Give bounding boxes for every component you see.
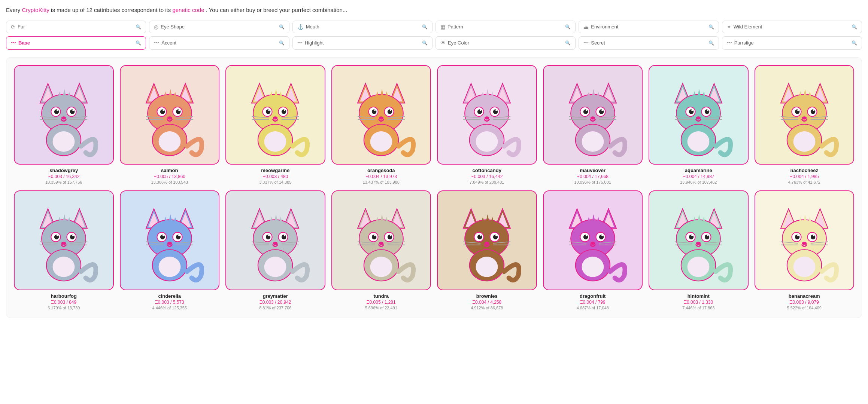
intro-after: . You can either buy or breed your purrf… [206, 7, 347, 13]
kitty-price-nachocheez: Ξ0.004 / 1,985 [790, 174, 819, 179]
filter-eye-color-icon: 👁 [440, 40, 446, 46]
kitty-card-dragonfruit[interactable]: dragonfruitΞ0.004 / 7994.687% of 17,048 [543, 190, 643, 310]
svg-point-52 [282, 109, 286, 114]
svg-point-96 [495, 109, 497, 111]
filter-highlight[interactable]: 〜Highlight🔍 [292, 36, 433, 50]
svg-point-72 [372, 109, 377, 114]
filter-purrstige-search-icon[interactable]: 🔍 [852, 40, 857, 46]
svg-point-9 [54, 109, 59, 114]
filter-base-search-icon[interactable]: 🔍 [136, 40, 141, 46]
filter-wild-element-search-icon[interactable]: 🔍 [852, 24, 857, 30]
filter-pattern-search-icon[interactable]: 🔍 [565, 24, 571, 30]
filter-fur-search-icon[interactable]: 🔍 [136, 24, 141, 30]
svg-point-136 [705, 109, 710, 114]
kitty-card-brownies[interactable]: browniesΞ0.004 / 4,2584.912% of 86,678 [437, 190, 537, 310]
kitty-percent-orangesoda: 13.437% of 103,988 [363, 180, 400, 184]
svg-point-216 [264, 257, 286, 277]
kitty-percent-dragonfruit: 4.687% of 17,048 [577, 306, 609, 310]
svg-marker-313 [698, 214, 701, 221]
filter-accent-search-icon[interactable]: 🔍 [279, 40, 285, 46]
kitty-image-meowgarine [225, 65, 325, 165]
filter-section: ⟳Fur🔍◎Eye Shape🔍⚓Mouth🔍▦Pattern🔍⛰Environ… [6, 21, 862, 50]
filter-environment-search-icon[interactable]: 🔍 [708, 24, 714, 30]
kitty-card-greymatter[interactable]: greymatterΞ0.003 / 20,9428.81% of 237,70… [225, 190, 325, 310]
kitty-svg-dragonfruit [553, 201, 632, 279]
kitty-card-cinderella[interactable]: cinderellaΞ0.003 / 5,5734.446% of 125,35… [120, 190, 220, 310]
svg-point-284 [586, 235, 587, 236]
kitty-image-cinderella [120, 190, 220, 290]
kitty-card-aquamarine[interactable]: aquamarineΞ0.004 / 14,98713.946% of 107,… [649, 65, 749, 185]
svg-point-244 [379, 242, 383, 245]
svg-point-195 [158, 257, 180, 277]
svg-marker-229 [274, 214, 277, 221]
kitty-image-mauveover [543, 65, 643, 165]
kitty-percent-tundra: 5.696% of 22,491 [365, 306, 397, 310]
filter-eye-shape-search-icon[interactable]: 🔍 [279, 24, 285, 30]
kitty-svg-mauveover [553, 76, 632, 154]
kitty-card-salmon[interactable]: salmonΞ0.005 / 13,86013.386% of 103,543 [120, 65, 220, 185]
kitty-card-tundra[interactable]: tundraΞ0.005 / 1,2815.696% of 22,491 [331, 190, 431, 310]
kitty-name-cinderella: cinderella [158, 293, 181, 299]
kitty-svg-meowgarine [236, 76, 315, 154]
kitty-card-harbourfog[interactable]: harbourfogΞ0.003 / 8496.179% of 13,739 [14, 190, 114, 310]
filter-accent-icon: 〜 [154, 40, 159, 46]
filter-mouth-label: Mouth [306, 24, 420, 30]
filter-mouth-search-icon[interactable]: 🔍 [422, 24, 428, 30]
filter-environment[interactable]: ⛰Environment🔍 [579, 21, 719, 33]
kitty-name-salmon: salmon [161, 168, 178, 173]
kitty-image-dragonfruit [543, 190, 643, 290]
kitty-image-tundra [331, 190, 431, 290]
kitty-card-cottoncandy[interactable]: cottoncandyΞ0.003 / 16,4427.849% of 209,… [437, 65, 537, 185]
kitty-svg-cinderella [130, 201, 209, 279]
svg-point-93 [477, 109, 482, 114]
svg-point-157 [811, 109, 816, 114]
svg-point-282 [583, 235, 588, 240]
filter-eye-shape[interactable]: ◎Eye Shape🔍 [149, 21, 289, 33]
kitty-card-bananacream[interactable]: bananacreamΞ0.003 / 9,0795.522% of 164,4… [755, 190, 855, 310]
filter-row-2: 〜Base🔍〜Accent🔍〜Highlight🔍👁Eye Color🔍〜Sec… [6, 36, 862, 50]
svg-point-156 [795, 109, 800, 114]
kitty-svg-tundra [342, 201, 421, 279]
kitty-card-nachocheez[interactable]: nachocheezΞ0.004 / 1,9854.763% of 41,672 [755, 65, 855, 185]
svg-point-90 [476, 131, 498, 152]
filter-pattern-label: Pattern [447, 24, 563, 30]
filter-purrstige[interactable]: 〜Purrstige🔍 [722, 36, 862, 50]
filter-mouth[interactable]: ⚓Mouth🔍 [292, 21, 433, 33]
kitty-price-meowgarine: Ξ0.003 / 480 [262, 174, 288, 179]
kitty-image-shadowgrey [14, 65, 114, 165]
filter-fur[interactable]: ⟳Fur🔍 [6, 21, 146, 33]
svg-point-328 [802, 242, 807, 245]
kitty-card-shadowgrey[interactable]: shadowgreyΞ0.003 / 16,34210.359% of 157,… [14, 65, 114, 185]
kitty-card-meowgarine[interactable]: meowgarineΞ0.003 / 4803.337% of 14,385 [225, 65, 325, 185]
filter-highlight-search-icon[interactable]: 🔍 [422, 40, 428, 46]
filter-accent[interactable]: 〜Accent🔍 [149, 36, 289, 50]
kitty-name-brownies: brownies [476, 293, 498, 299]
svg-point-243 [390, 235, 391, 236]
kitty-percent-greymatter: 8.81% of 237,706 [259, 306, 291, 310]
kitty-percent-bananacream: 5.522% of 164,409 [787, 306, 822, 310]
svg-point-223 [273, 242, 278, 245]
filter-secret[interactable]: 〜Secret🔍 [579, 36, 719, 50]
filter-eye-color-search-icon[interactable]: 🔍 [565, 40, 571, 46]
filter-eye-color[interactable]: 👁Eye Color🔍 [435, 36, 576, 50]
filter-secret-search-icon[interactable]: 🔍 [708, 40, 714, 46]
svg-point-12 [72, 109, 74, 111]
kitty-svg-salmon [130, 76, 209, 154]
kitty-card-hintomint[interactable]: hintomintΞ0.003 / 1,3307.446% of 17,863 [649, 190, 749, 310]
svg-point-327 [813, 235, 814, 236]
kitty-card-orangesoda[interactable]: orangesodaΞ0.004 / 13,97313.437% of 103,… [331, 65, 431, 185]
filter-wild-element[interactable]: ✦Wild Element🔍 [722, 21, 862, 33]
kitty-card-mauveover[interactable]: mauveoverΞ0.004 / 17,66810.096% of 175,0… [543, 65, 643, 185]
filter-pattern[interactable]: ▦Pattern🔍 [435, 21, 576, 33]
svg-point-240 [372, 235, 377, 240]
kitty-name-mauveover: mauveover [580, 168, 606, 173]
svg-point-258 [476, 257, 498, 277]
svg-point-75 [390, 109, 391, 111]
kitty-percent-aquamarine: 13.946% of 107,462 [680, 180, 717, 184]
svg-point-300 [688, 257, 710, 277]
svg-point-200 [163, 235, 164, 236]
svg-point-241 [388, 235, 392, 240]
svg-point-283 [599, 235, 604, 240]
svg-marker-334 [804, 214, 807, 221]
filter-base[interactable]: 〜Base🔍 [6, 36, 146, 50]
